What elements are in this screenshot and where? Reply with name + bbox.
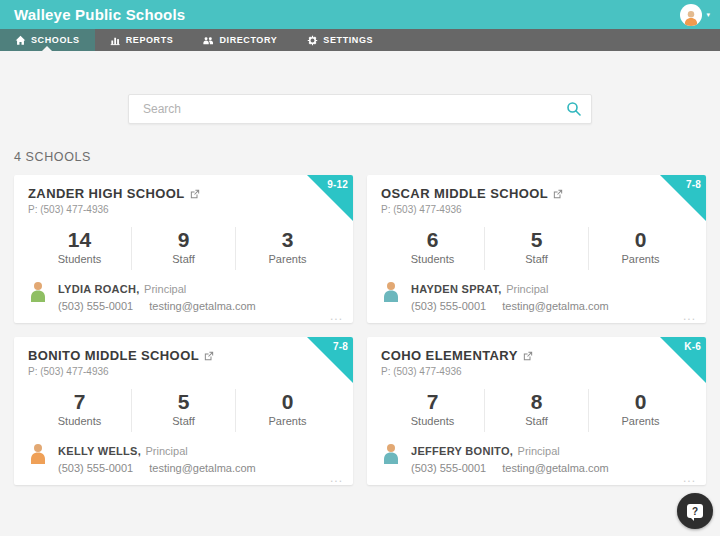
stat-parents: 0 Parents	[235, 389, 339, 432]
card-more-ellipsis[interactable]: ...	[683, 309, 696, 323]
school-phone: P: (503) 477-4936	[381, 204, 692, 215]
principal-email[interactable]: testing@getalma.com	[149, 300, 256, 312]
principal-title: Principal	[146, 445, 188, 457]
app-header: Walleye Public Schools ▾	[0, 0, 720, 29]
stat-parents: 3 Parents	[235, 227, 339, 270]
external-link-icon[interactable]	[204, 351, 214, 361]
tab-reports[interactable]: REPORTS	[95, 29, 189, 51]
school-card[interactable]: K-6 COHO ELEMENTARY P: (503) 477-4936 7 …	[367, 337, 706, 485]
person-icon	[682, 8, 700, 26]
principal-avatar	[28, 280, 48, 302]
card-more-ellipsis[interactable]: ...	[330, 471, 343, 485]
external-link-icon[interactable]	[190, 189, 200, 199]
stat-staff: 5 Staff	[131, 389, 235, 432]
tab-label: SCHOOLS	[31, 35, 80, 45]
principal-title: Principal	[506, 283, 548, 295]
principal-avatar	[381, 442, 401, 464]
principal-avatar	[28, 442, 48, 464]
school-name-link[interactable]: OSCAR MIDDLE SCHOOL	[381, 186, 548, 201]
gear-icon	[307, 35, 318, 46]
school-stats: 6 Students 5 Staff 0 Parents	[381, 227, 692, 270]
schools-count-label: 4 SCHOOLS	[14, 150, 706, 164]
people-icon	[203, 35, 214, 46]
stat-parents: 0 Parents	[588, 389, 692, 432]
stat-students: 6 Students	[381, 227, 484, 270]
principal-info: HAYDEN SPRAT, Principal (503) 555-0001te…	[381, 279, 692, 312]
grade-badge-label: 7-8	[333, 341, 348, 352]
school-phone: P: (503) 477-4936	[381, 366, 692, 377]
stat-students: 7 Students	[381, 389, 484, 432]
school-card[interactable]: 9-12 ZANDER HIGH SCHOOL P: (503) 477-493…	[14, 175, 353, 323]
user-avatar[interactable]	[680, 4, 702, 26]
principal-name: KELLY WELLS,	[58, 445, 141, 457]
school-card[interactable]: 7-8 OSCAR MIDDLE SCHOOL P: (503) 477-493…	[367, 175, 706, 323]
school-name-link[interactable]: COHO ELEMENTARY	[381, 348, 518, 363]
principal-info: KELLY WELLS, Principal (503) 555-0001tes…	[28, 441, 339, 474]
card-more-ellipsis[interactable]: ...	[330, 309, 343, 323]
tab-directory[interactable]: DIRECTORY	[188, 29, 292, 51]
school-phone: P: (503) 477-4936	[28, 366, 339, 377]
tab-label: SETTINGS	[323, 35, 373, 45]
bar-chart-icon	[110, 35, 121, 46]
school-phone: P: (503) 477-4936	[28, 204, 339, 215]
tab-schools[interactable]: SCHOOLS	[0, 29, 95, 51]
principal-name: HAYDEN SPRAT,	[411, 283, 502, 295]
principal-title: Principal	[144, 283, 186, 295]
principal-info: LYDIA ROACH, Principal (503) 555-0001tes…	[28, 279, 339, 312]
main-nav: SCHOOLS REPORTS DIRECTORY SETTINGS	[0, 29, 720, 51]
search-icon[interactable]	[566, 101, 582, 117]
principal-email[interactable]: testing@getalma.com	[502, 462, 609, 474]
school-name-link[interactable]: BONITO MIDDLE SCHOOL	[28, 348, 199, 363]
home-icon	[15, 35, 26, 46]
school-stats: 7 Students 5 Staff 0 Parents	[28, 389, 339, 432]
school-name-link[interactable]: ZANDER HIGH SCHOOL	[28, 186, 185, 201]
principal-title: Principal	[518, 445, 560, 457]
school-stats: 14 Students 9 Staff 3 Parents	[28, 227, 339, 270]
principal-name: JEFFERY BONITO,	[411, 445, 513, 457]
principal-phone: (503) 555-0001	[411, 300, 486, 312]
stat-parents: 0 Parents	[588, 227, 692, 270]
external-link-icon[interactable]	[553, 189, 563, 199]
school-card[interactable]: 7-8 BONITO MIDDLE SCHOOL P: (503) 477-49…	[14, 337, 353, 485]
grade-badge-label: 7-8	[686, 179, 701, 190]
grade-badge-label: K-6	[684, 341, 701, 352]
principal-phone: (503) 555-0001	[411, 462, 486, 474]
search-input[interactable]	[128, 94, 592, 124]
schools-grid: 9-12 ZANDER HIGH SCHOOL P: (503) 477-493…	[0, 175, 720, 485]
chevron-down-icon: ▾	[706, 11, 710, 18]
school-stats: 7 Students 8 Staff 0 Parents	[381, 389, 692, 432]
grade-badge-label: 9-12	[327, 179, 348, 190]
stat-students: 7 Students	[28, 389, 131, 432]
stat-staff: 9 Staff	[131, 227, 235, 270]
stat-staff: 8 Staff	[484, 389, 588, 432]
card-more-ellipsis[interactable]: ...	[683, 471, 696, 485]
principal-info: JEFFERY BONITO, Principal (503) 555-0001…	[381, 441, 692, 474]
tab-label: DIRECTORY	[219, 35, 277, 45]
stat-staff: 5 Staff	[484, 227, 588, 270]
help-question-mark: ?	[692, 506, 698, 517]
search-bar	[128, 94, 592, 124]
tab-settings[interactable]: SETTINGS	[292, 29, 388, 51]
principal-email[interactable]: testing@getalma.com	[149, 462, 256, 474]
principal-phone: (503) 555-0001	[58, 462, 133, 474]
principal-name: LYDIA ROACH,	[58, 283, 140, 295]
tab-label: REPORTS	[126, 35, 174, 45]
stat-students: 14 Students	[28, 227, 131, 270]
help-chat-button[interactable]: ?	[677, 493, 713, 529]
external-link-icon[interactable]	[523, 351, 533, 361]
user-menu[interactable]: ▾	[680, 4, 710, 26]
principal-avatar	[381, 280, 401, 302]
principal-phone: (503) 555-0001	[58, 300, 133, 312]
app-title: Walleye Public Schools	[14, 6, 185, 23]
question-chat-icon: ?	[687, 504, 703, 518]
principal-email[interactable]: testing@getalma.com	[502, 300, 609, 312]
